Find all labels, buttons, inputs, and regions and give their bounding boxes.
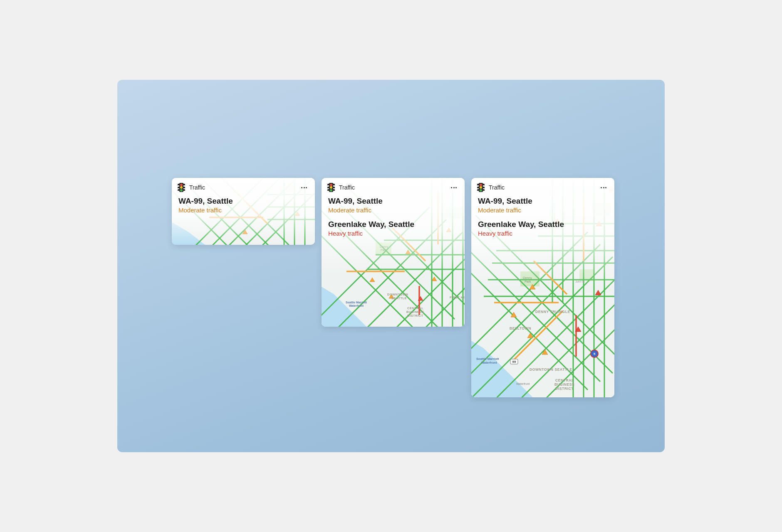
traffic-light-icon xyxy=(477,183,485,192)
svg-text:Waterfront: Waterfront xyxy=(349,304,364,307)
route-item[interactable]: WA-99, Seattle Moderate traffic xyxy=(178,196,308,214)
svg-text:DOWNTOWN: DOWNTOWN xyxy=(387,293,408,296)
svg-text:CENTRAL: CENTRAL xyxy=(555,378,574,382)
traffic-widget-medium[interactable]: Seattle Marriott Waterfront DOWNTOWN SEA… xyxy=(322,178,465,327)
route-name: Greenlake Way, Seattle xyxy=(478,219,608,229)
svg-text:BELLTOWN: BELLTOWN xyxy=(510,326,531,330)
svg-text:DISTRICT: DISTRICT xyxy=(555,387,574,391)
svg-text:Denny: Denny xyxy=(380,245,389,249)
svg-text:DISTRICT: DISTRICT xyxy=(407,314,423,318)
traffic-widget-large[interactable]: 99 5 Seattle Marriott Waterfront DENNY T… xyxy=(471,178,614,397)
svg-text:Waterfront: Waterfront xyxy=(516,382,530,385)
more-options-button[interactable] xyxy=(599,184,609,191)
route-name: Greenlake Way, Seattle xyxy=(328,219,458,229)
svg-text:Park: Park xyxy=(381,249,387,251)
route-item[interactable]: Greenlake Way, Seattle Heavy traffic xyxy=(328,219,458,237)
svg-text:BUSINESS: BUSINESS xyxy=(406,310,424,314)
svg-text:99: 99 xyxy=(512,360,516,364)
svg-text:SEATTLE: SEATTLE xyxy=(391,296,407,300)
route-status: Moderate traffic xyxy=(178,207,308,214)
widget-title: Traffic xyxy=(189,184,299,191)
route-status: Heavy traffic xyxy=(478,230,608,237)
svg-text:Seattle Marriott: Seattle Marriott xyxy=(346,301,367,304)
route-name: WA-99, Seattle xyxy=(328,196,458,206)
svg-text:Waterfront: Waterfront xyxy=(481,361,497,365)
svg-text:Denny: Denny xyxy=(523,276,532,280)
svg-text:John St: John St xyxy=(575,280,584,283)
svg-text:DENNY TRIANGLE: DENNY TRIANGLE xyxy=(535,310,570,314)
svg-text:Park: Park xyxy=(525,280,531,283)
route-item[interactable]: Greenlake Way, Seattle Heavy traffic xyxy=(478,219,608,237)
svg-text:Seattle Marriott: Seattle Marriott xyxy=(476,357,499,361)
svg-text:5: 5 xyxy=(594,352,596,356)
more-options-button[interactable] xyxy=(299,184,309,191)
svg-text:DOWNTOWN SEATTLE: DOWNTOWN SEATTLE xyxy=(530,367,572,372)
route-name: WA-99, Seattle xyxy=(478,196,608,206)
widget-title: Traffic xyxy=(489,184,599,191)
showcase-canvas: Traffic WA-99, Seattle Moderate traffic xyxy=(117,80,665,452)
more-options-button[interactable] xyxy=(449,184,459,191)
route-status: Moderate traffic xyxy=(328,207,458,214)
widget-title: Traffic xyxy=(339,184,449,191)
route-name: WA-99, Seattle xyxy=(178,196,308,206)
route-item[interactable]: WA-99, Seattle Moderate traffic xyxy=(328,196,458,214)
traffic-widget-small[interactable]: Traffic WA-99, Seattle Moderate traffic xyxy=(172,178,315,245)
traffic-light-icon xyxy=(178,183,185,192)
svg-text:CENTRAL: CENTRAL xyxy=(407,306,423,310)
svg-text:FIRST HILL: FIRST HILL xyxy=(450,296,465,299)
traffic-light-icon xyxy=(327,183,335,192)
route-item[interactable]: WA-99, Seattle Moderate traffic xyxy=(478,196,608,214)
svg-text:BUSINESS: BUSINESS xyxy=(554,382,574,387)
route-status: Heavy traffic xyxy=(328,230,458,237)
route-status: Moderate traffic xyxy=(478,207,608,214)
